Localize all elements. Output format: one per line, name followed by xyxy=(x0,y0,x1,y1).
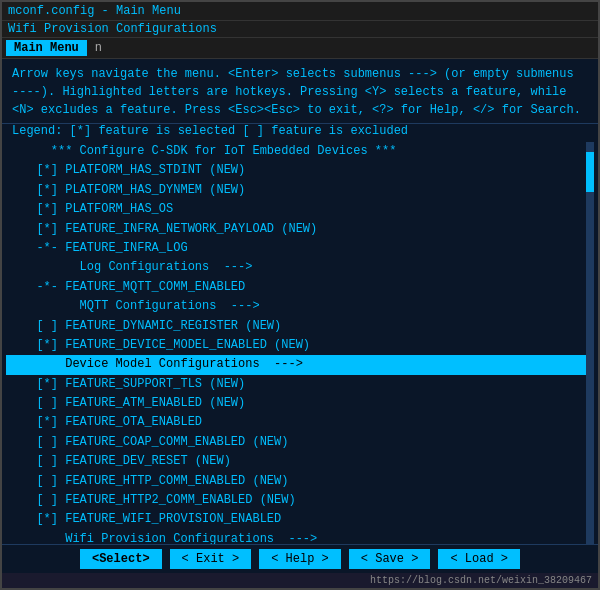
scrollbar-thumb[interactable] xyxy=(586,152,594,192)
scrollbar-track[interactable] xyxy=(586,142,594,544)
menu-item: [ ] FEATURE_DEV_RESET (NEW) xyxy=(6,452,594,471)
tab-n[interactable]: n xyxy=(87,40,110,56)
menu-item: [*] PLATFORM_HAS_STDINT (NEW) xyxy=(6,161,594,180)
menu-item: [*] PLATFORM_HAS_OS xyxy=(6,200,594,219)
menu-item: [ ] FEATURE_ATM_ENABLED (NEW) xyxy=(6,394,594,413)
title-bar: mconf.config - Main Menu xyxy=(2,2,598,21)
watermark: https://blog.csdn.net/weixin_38209467 xyxy=(2,573,598,588)
save-button[interactable]: < Save > xyxy=(349,549,431,569)
info-text: Arrow keys navigate the menu. <Enter> se… xyxy=(2,59,598,124)
menu-item: [*] FEATURE_OTA_ENABLED xyxy=(6,413,594,432)
help-button[interactable]: < Help > xyxy=(259,549,341,569)
menu-item: [*] FEATURE_INFRA_NETWORK_PAYLOAD (NEW) xyxy=(6,220,594,239)
info-line2: ----). Highlighted letters are hotkeys. … xyxy=(12,83,588,101)
main-content: Arrow keys navigate the menu. <Enter> se… xyxy=(2,59,598,573)
menu-item: [ ] FEATURE_HTTP2_COMM_ENABLED (NEW) xyxy=(6,491,594,510)
menu-item: [*] FEATURE_SUPPORT_TLS (NEW) xyxy=(6,375,594,394)
menu-wrapper: *** Configure C-SDK for IoT Embedded Dev… xyxy=(6,142,594,544)
menu-item[interactable]: Device Model Configurations ---> xyxy=(6,355,594,374)
menu-item: -*- FEATURE_MQTT_COMM_ENABLED xyxy=(6,278,594,297)
window-subtitle: Wifi Provision Configurations xyxy=(8,22,217,36)
menu-item: [*] PLATFORM_HAS_DYNMEM (NEW) xyxy=(6,181,594,200)
subtitle-bar: Wifi Provision Configurations xyxy=(2,21,598,38)
tab-bar: Main Menu n xyxy=(2,38,598,59)
select-button[interactable]: <Select> xyxy=(80,549,162,569)
menu-item: Wifi Provision Configurations ---> xyxy=(6,530,594,544)
menu-item: *** Configure C-SDK for IoT Embedded Dev… xyxy=(6,142,594,161)
bottom-bar: <Select>< Exit >< Help >< Save >< Load > xyxy=(2,544,598,573)
menu-item: Log Configurations ---> xyxy=(6,258,594,277)
menu-item: -*- FEATURE_INFRA_LOG xyxy=(6,239,594,258)
menu-item: [ ] FEATURE_HTTP_COMM_ENABLED (NEW) xyxy=(6,472,594,491)
menu-item: [ ] FEATURE_DYNAMIC_REGISTER (NEW) xyxy=(6,317,594,336)
info-line1: Arrow keys navigate the menu. <Enter> se… xyxy=(12,65,588,83)
info-line3: <N> excludes a feature. Press <Esc><Esc>… xyxy=(12,101,588,119)
tab-main-menu[interactable]: Main Menu xyxy=(6,40,87,56)
window-frame: mconf.config - Main Menu Wifi Provision … xyxy=(0,0,600,590)
legend-line: Legend: [*] feature is selected [ ] feat… xyxy=(2,124,598,142)
menu-item: [*] FEATURE_DEVICE_MODEL_ENABLED (NEW) xyxy=(6,336,594,355)
menu-scroll-container[interactable]: *** Configure C-SDK for IoT Embedded Dev… xyxy=(6,142,594,544)
menu-item: [*] FEATURE_WIFI_PROVISION_ENABLED xyxy=(6,510,594,529)
menu-item: [ ] FEATURE_COAP_COMM_ENABLED (NEW) xyxy=(6,433,594,452)
menu-item: MQTT Configurations ---> xyxy=(6,297,594,316)
window-title: mconf.config - Main Menu xyxy=(8,4,181,18)
load-button[interactable]: < Load > xyxy=(438,549,520,569)
exit-button[interactable]: < Exit > xyxy=(170,549,252,569)
